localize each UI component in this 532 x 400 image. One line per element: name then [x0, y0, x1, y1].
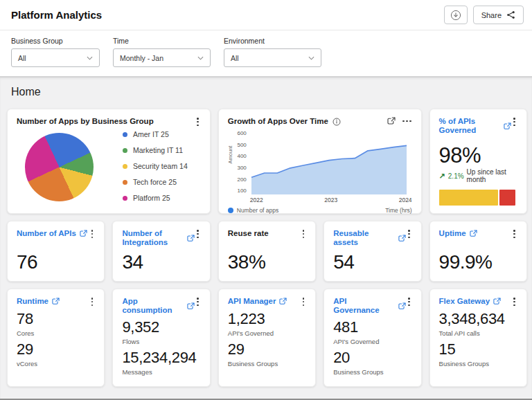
kebab-menu-icon[interactable] [195, 229, 201, 239]
card-title: Runtime [17, 297, 48, 306]
detail-label-1: Flows [122, 338, 200, 345]
x-tick-label: 2023 [324, 197, 337, 203]
filter-business-group: Business Group All [11, 37, 100, 67]
y-tick-label: 300 [237, 165, 246, 171]
card-title-link[interactable]: Number of APIs [17, 229, 87, 238]
card-title: API Manager [228, 297, 276, 306]
kebab-menu-icon[interactable] [301, 229, 307, 239]
chevron-down-icon [308, 56, 314, 60]
y-tick-label: 600 [237, 130, 246, 136]
detail-value-2: 29 [17, 342, 95, 357]
governed-value: 98% [439, 143, 517, 168]
card-title: Flex Gateway [439, 297, 490, 306]
card-title-link[interactable]: % of APIs Governed [439, 117, 512, 135]
detail-value-1: 1,223 [228, 311, 306, 327]
legend-label: Platform 25 [133, 194, 170, 202]
x-tick-label: 2022 [250, 197, 263, 203]
legend-dot-icon [228, 208, 233, 213]
card-title-link[interactable]: Number of Integrations [122, 229, 195, 247]
filter-environment: Environment All [224, 37, 321, 67]
card-title-link[interactable]: Reusable assets [333, 229, 406, 247]
x-tick-label: 2024 [399, 197, 412, 203]
card-title-link[interactable]: API Manager [228, 297, 287, 306]
card-apps-by-business-group: Number of Apps by Business Group Amer IT… [7, 109, 211, 214]
governed-bar-red [499, 190, 516, 206]
download-button[interactable] [444, 6, 468, 24]
detail-label-2: Business Groups [439, 360, 517, 367]
card-title: Number of Apps by Business Group [17, 117, 154, 126]
external-link-icon [187, 235, 195, 242]
y-tick-label: 500 [237, 142, 246, 148]
chart-legend: Number of apps [228, 207, 278, 214]
detail-value-2: 29 [228, 342, 306, 357]
download-circle-icon [450, 10, 461, 21]
detail-value-1: 78 [17, 311, 95, 327]
detail-value-2: 20 [333, 350, 411, 365]
card-uptime: Uptime 99.9% [429, 221, 527, 282]
card-apis-governed: % of APIs Governed 98% ↗ 2.1% Up since l… [429, 109, 527, 214]
legend-dot-icon [123, 164, 127, 169]
share-button-label: Share [481, 11, 502, 19]
kpi-value: 34 [122, 253, 200, 273]
external-link-icon [279, 298, 287, 305]
kebab-menu-icon[interactable] [511, 117, 517, 127]
detail-label-1: API's Governed [333, 338, 411, 345]
kpi-value: 99.9% [439, 253, 517, 273]
page-title: Platform Analytics [11, 9, 102, 21]
kebab-menu-icon[interactable] [301, 297, 307, 307]
card-title: App consumption [122, 297, 184, 315]
legend-label: Security team 14 [133, 162, 188, 170]
card-title-link[interactable]: Runtime [17, 297, 60, 306]
detail-value-1: 9,352 [122, 320, 200, 335]
kebab-menu-icon[interactable] [511, 229, 517, 239]
kebab-menu-icon[interactable] [406, 297, 412, 307]
share-button[interactable]: Share [473, 6, 524, 24]
more-options-icon[interactable] [402, 118, 411, 125]
top-bar: Platform Analytics Share [0, 0, 532, 30]
select-value: All [18, 54, 26, 62]
card-title-link[interactable]: App consumption [122, 297, 195, 315]
detail-value-1: 3,348,634 [439, 311, 517, 327]
card-reusable-assets: Reusable assets 54 [323, 221, 421, 282]
environment-select[interactable]: All [224, 48, 321, 67]
legend-item: Platform 25 [123, 194, 188, 202]
detail-label-2: Messages [122, 368, 200, 376]
card-title-link[interactable]: Uptime [439, 229, 477, 238]
filter-label: Business Group [11, 37, 100, 45]
card-api-governance: API Governance 481 API's Governed 20 Bus… [323, 289, 421, 387]
kebab-menu-icon[interactable] [89, 229, 96, 239]
external-link-icon [493, 298, 501, 305]
kebab-menu-icon[interactable] [89, 297, 96, 307]
card-runtime: Runtime 78 Cores 29 vCores [7, 289, 105, 387]
kebab-menu-icon[interactable] [511, 297, 517, 307]
external-link-icon[interactable] [387, 117, 396, 125]
time-select[interactable]: Monthly - Jan [113, 48, 211, 67]
card-title: Growth of Apps Over Time [228, 117, 328, 126]
trend-indicator: ↗ 2.1% Up since last month [439, 168, 517, 183]
pie-legend: Amer IT 25 Marketing IT 11 Security team… [123, 130, 188, 202]
kebab-menu-icon[interactable] [195, 297, 201, 307]
growth-x-ticks: 202220232024 [250, 197, 412, 203]
external-link-icon [398, 302, 406, 310]
legend-item: Tech force 25 [123, 178, 188, 186]
business-group-select[interactable]: All [11, 48, 100, 67]
legend-label: Number of apps [237, 207, 278, 214]
select-value: Monthly - Jan [120, 54, 163, 62]
growth-y-ticks: 100200300400500600 [234, 131, 247, 194]
topbar-actions: Share [444, 6, 524, 24]
card-title-link[interactable]: API Governance [333, 297, 406, 315]
info-icon[interactable] [332, 118, 341, 126]
detail-label-1: API's Governed [228, 329, 306, 337]
kebab-menu-icon[interactable] [195, 117, 201, 127]
detail-value-1: 481 [333, 320, 411, 335]
filter-time: Time Monthly - Jan [113, 37, 211, 67]
card-title-link[interactable]: Flex Gateway [439, 297, 502, 306]
legend-label: Tech force 25 [133, 178, 177, 186]
legend-item: Amer IT 25 [123, 130, 188, 138]
filter-label: Environment [224, 37, 321, 45]
y-tick-label: 200 [237, 176, 246, 183]
legend-dot-icon [123, 132, 127, 137]
card-app-consumption: App consumption 9,352 Flows 15,234,294 M… [112, 289, 210, 387]
card-title: Number of APIs [17, 229, 76, 238]
kebab-menu-icon[interactable] [406, 229, 412, 239]
